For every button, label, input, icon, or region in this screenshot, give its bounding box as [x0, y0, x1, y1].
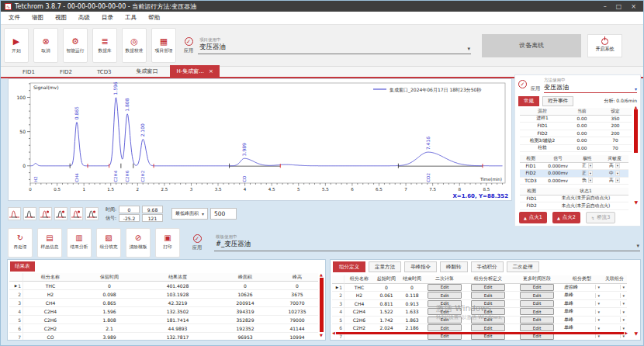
chevron-down-icon[interactable]: ▾ [588, 171, 593, 176]
cell[interactable]: Edit [464, 292, 512, 300]
peak-merge-tool[interactable] [39, 207, 52, 220]
apply-project-button[interactable]: ✓ 应用 [184, 37, 193, 54]
edit-button[interactable]: Edit [471, 308, 505, 315]
cell[interactable]: 单峰▾ [562, 300, 602, 309]
cell[interactable]: ▾ [602, 292, 627, 300]
tab-active[interactable]: H-集成窗...× [170, 65, 219, 77]
scrollbar-thumb[interactable] [634, 109, 638, 153]
min-peak-area-input[interactable] [210, 208, 237, 220]
maximize-icon[interactable]: □ [616, 3, 622, 10]
chevron-down-icon[interactable]: ▾ [588, 178, 593, 183]
scrollbar-thumb[interactable] [320, 278, 324, 332]
print-button[interactable]: ▣打印 [155, 228, 180, 258]
menu-item[interactable]: 高级 [78, 14, 90, 22]
chevron-down-icon[interactable]: ▾ [620, 310, 625, 314]
cell[interactable]: 高▾ [601, 178, 628, 185]
result-analysis-button[interactable]: ▥结果分析 [67, 228, 92, 258]
definition-tab[interactable]: 手动积分 [471, 261, 504, 272]
scrollbar-thumb[interactable] [336, 332, 624, 334]
edit-button[interactable]: Edit [520, 308, 554, 315]
cell[interactable]: 单峰▾ [562, 292, 602, 300]
menu-item[interactable]: 工具 [125, 14, 137, 22]
menu-item[interactable]: 视图 [55, 14, 67, 22]
method-scrollbar[interactable]: ▲ [633, 105, 639, 153]
project-management-button[interactable]: ▦项目管理 [151, 28, 176, 63]
apply-template-button[interactable]: ✓ 应用 [192, 234, 202, 251]
method-tab[interactable]: 程升事件 [542, 96, 573, 106]
tab-fid1[interactable]: FID1 [10, 67, 47, 77]
horizontal-scrollbar[interactable]: ◀ ▶ [332, 330, 628, 335]
bridge-current-button[interactable]: ↯桥流3 [586, 212, 615, 223]
close-icon[interactable]: × [631, 3, 636, 10]
chevron-down-icon[interactable]: ▾ [615, 171, 620, 176]
cell[interactable]: Edit [512, 308, 562, 317]
chevron-down-icon[interactable]: ▾ [595, 317, 600, 322]
cell[interactable]: 正▾ [574, 163, 601, 171]
cell[interactable]: 负▾ [574, 178, 601, 185]
ignite-1-button[interactable]: ▲点火1 [519, 212, 547, 223]
project-select[interactable]: 项目使用中 变压器油 ▾ [198, 36, 471, 54]
cell[interactable]: Edit [464, 300, 512, 309]
definition-tab[interactable]: 峰翻转 [440, 261, 468, 272]
sample-info-button[interactable]: ▤样品信息 [37, 228, 62, 258]
peak-delete-tool[interactable] [85, 207, 99, 220]
tab-close-icon[interactable]: × [209, 68, 213, 74]
chevron-down-icon[interactable]: ▾ [588, 163, 593, 168]
menu-item[interactable]: 目录 [102, 14, 113, 22]
chevron-down-icon[interactable]: ▾ [595, 285, 600, 289]
peak-baseline-tool[interactable] [8, 207, 21, 220]
chevron-down-icon[interactable]: ▾ [615, 178, 620, 183]
edit-button[interactable]: Edit [428, 308, 462, 315]
clear-template-button[interactable]: ⊘清除模板 [126, 228, 151, 258]
cell[interactable]: ▾ [602, 300, 627, 309]
cell[interactable]: ▾ [602, 308, 627, 317]
cell[interactable]: Edit [425, 284, 464, 292]
smart-run-button[interactable]: ⚙智能运行 [63, 28, 88, 63]
cell[interactable]: ▾ [602, 317, 627, 325]
definition-tab[interactable]: 定量方法 [369, 261, 401, 272]
signal-max-input[interactable] [142, 214, 163, 222]
cell[interactable]: 中▾ [601, 170, 628, 178]
definition-tab[interactable]: 寻峰指令 [404, 261, 437, 272]
cell[interactable]: ▾ [602, 284, 627, 292]
cell[interactable]: Edit [464, 308, 512, 317]
cell[interactable]: Edit [464, 284, 512, 292]
peak-manual-tool[interactable] [70, 207, 83, 220]
scroll-down-icon[interactable]: ▼ [320, 333, 323, 337]
edit-button[interactable]: Edit [428, 284, 462, 291]
cell[interactable]: 高▾ [601, 163, 628, 171]
chevron-down-icon[interactable]: ▾ [620, 301, 625, 306]
tab-tcd3[interactable]: TCD3 [85, 67, 124, 77]
chevron-down-icon[interactable]: ▾ [595, 310, 600, 314]
cell[interactable]: Edit [512, 317, 562, 325]
method-tab[interactable]: 常规 [518, 96, 539, 106]
edit-button[interactable]: Edit [471, 317, 505, 324]
tab-fid2[interactable]: FID2 [47, 67, 85, 77]
edit-button[interactable]: Edit [520, 292, 554, 299]
min-peak-area-select[interactable]: 最低峰面积 ▾ [171, 208, 208, 220]
edit-button[interactable]: Edit [520, 300, 554, 307]
apply-method-label[interactable]: 应用 [531, 85, 540, 92]
peak-tangent-tool[interactable] [54, 207, 68, 220]
edit-button[interactable]: Edit [471, 292, 505, 299]
scroll-up-icon[interactable]: ▲ [320, 272, 323, 277]
cell[interactable]: Edit [464, 317, 512, 325]
scroll-right-icon[interactable]: ▶ [625, 330, 628, 335]
tab-集成窗口[interactable]: 集成窗口 [123, 66, 170, 77]
edit-button[interactable]: Edit [520, 317, 554, 324]
results-scrollbar[interactable]: ▲ ▼ [318, 272, 324, 337]
time-min-input[interactable] [119, 206, 140, 213]
chevron-down-icon[interactable]: ▾ [595, 293, 600, 298]
cell[interactable]: Edit [425, 308, 464, 317]
edit-button[interactable]: Edit [520, 284, 554, 291]
chevron-down-icon[interactable]: ▾ [615, 163, 620, 168]
start-button[interactable]: ▶开始 [4, 28, 29, 63]
cell[interactable]: 单峰▾ [562, 308, 602, 317]
reprocess-button[interactable]: ↻再处理 [8, 228, 33, 258]
device-offline-button[interactable]: 设备离线 [482, 34, 581, 57]
cell[interactable]: Edit [425, 292, 464, 300]
scroll-down-icon[interactable]: ▼ [634, 199, 638, 205]
cell[interactable]: Edit [425, 317, 464, 325]
cell[interactable]: Edit [512, 292, 562, 300]
template-select[interactable]: 模板使用中 #_变压器油 ▾ [214, 234, 640, 251]
